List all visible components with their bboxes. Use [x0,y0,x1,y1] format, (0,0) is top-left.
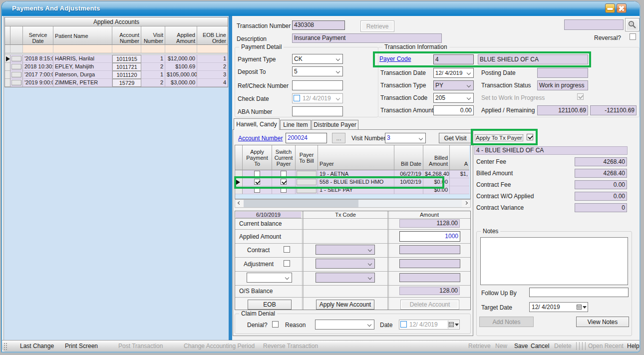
col-header-billed-amount[interactable]: Billed Amount [423,145,450,170]
col-header-applied-partial[interactable]: A [450,145,469,170]
adjustment-amount-input[interactable] [399,259,460,268]
set-to-wip-checkbox[interactable] [577,93,584,100]
cell-service-date[interactable]: 2018 10:30:0 [23,63,53,71]
cell-payer[interactable]: 1 - SELF PAY [318,186,394,194]
adjustment-code-combobox[interactable] [316,259,375,269]
extra-code-combobox[interactable] [316,273,375,283]
transaction-number-input[interactable]: 430308 [292,20,345,30]
applied-accounts-row-1[interactable]: '2018 8:15:0 HARRIS, Harilal 1011915 1 $… [5,55,228,63]
cell-eob-line-order[interactable]: 4 [197,79,228,87]
follow-up-by-input[interactable] [529,288,629,297]
cell-eob-line-order[interactable]: 2 [197,63,228,71]
cell-applied-amount[interactable]: $3,000.00 [165,79,197,87]
col-header-bill-date[interactable]: Bill Date [394,145,423,170]
check-date-checkbox[interactable] [294,95,300,101]
col-header-eob-line-order[interactable]: EOB Line Order [197,26,228,45]
cell-account-number[interactable]: 1011721 [112,63,141,71]
description-input[interactable]: Insurance Payment [292,33,442,43]
cell-patient-name[interactable]: Paterson, Durga [53,71,112,79]
contract-code-combobox[interactable] [316,245,375,255]
adjustment-checkbox[interactable] [284,260,290,267]
cell-bill-date[interactable]: 10/02/19 [394,178,423,186]
switch-payer-checkbox[interactable] [281,187,287,193]
statusbar-new[interactable]: New [495,343,507,350]
payer-code-link[interactable]: Payer Code [379,55,411,62]
payer-grid-scrollbar[interactable] [235,199,471,208]
cell-service-date[interactable]: '2019 9:00:0 [23,79,53,87]
cell-applied-amount[interactable]: $12,000.00 [165,55,197,63]
payer-code-input[interactable]: 4 [433,54,474,64]
denial-checkbox[interactable] [272,321,279,328]
scrollbar-thumb[interactable] [244,200,358,207]
reversal-checkbox[interactable] [630,33,636,40]
cell-visit-number[interactable]: 2 [141,79,165,87]
tab-distribute-payer[interactable]: Distribute Payer [312,120,358,130]
visit-number-combobox[interactable]: 3 [385,133,426,143]
tab-patient[interactable]: Harwell, Candy [234,118,280,130]
contract-amount-input[interactable] [399,245,460,254]
view-notes-button[interactable]: View Notes [576,317,629,327]
calendar-button[interactable] [448,321,459,329]
statusbar-last-change[interactable]: Last Change [20,343,54,350]
add-notes-button[interactable]: Add Notes [479,317,534,327]
col-header-patient-name[interactable]: Patient Name [53,26,112,45]
extra-type-combobox[interactable] [247,273,292,283]
apply-new-account-button[interactable]: Apply New Account [316,300,374,310]
applied-accounts-filter-row[interactable] [5,45,228,53]
minimize-button[interactable] [605,3,615,13]
payer-row-3[interactable]: 1 - SELF PAY $0.00 [235,186,470,194]
col-header-visit-number[interactable]: Visit Number [141,26,165,45]
search-input[interactable] [564,19,624,30]
transaction-type-combobox[interactable]: PY [433,80,474,90]
cell-applied-partial[interactable]: $1, [450,170,469,178]
search-button[interactable] [625,18,640,31]
cell-visit-number[interactable]: 1 [141,55,165,63]
switch-payer-checkbox[interactable] [281,171,287,177]
apply-payment-checkbox[interactable] [254,179,260,185]
scroll-right-button[interactable] [462,200,470,207]
check-date-picker[interactable]: 12/ 4/2019 [292,93,343,103]
applied-accounts-row-4[interactable]: '2019 9:00:0 ZIMMER, PETER 15729 2 $3,00… [5,79,228,87]
cell-account-number[interactable]: 15729 [112,79,141,87]
cell-eob-line-order[interactable]: 1 [197,55,228,63]
statusbar-delete[interactable]: Delete [554,343,572,350]
cell-payer[interactable]: 19 - AETNA [318,170,394,178]
transaction-code-combobox[interactable]: 205 [433,93,474,103]
statusbar-print-screen[interactable]: Print Screen [65,343,98,350]
apply-to-tx-payer-checkbox[interactable] [527,134,533,140]
col-header-payer[interactable]: Payer [318,145,394,170]
cell-bill-date[interactable]: 06/27/19 [394,170,423,178]
col-header-payer-to-bill[interactable]: Payer To Bill [296,145,318,170]
calendar-button[interactable] [576,303,587,311]
statusbar-reverse-transaction[interactable]: Reverse Transaction [263,343,318,350]
cell-account-number[interactable]: 1011915 [112,55,141,63]
col-header-service-date[interactable]: Service Date [23,26,53,45]
cell-billed-amount[interactable]: $0.00 [423,186,450,194]
statusbar-retrieve[interactable]: Retrieve [468,343,491,350]
close-button[interactable] [617,3,627,13]
col-header-switch-current-payer[interactable]: Switch Current Payer [272,145,296,170]
statusbar-post-transaction[interactable]: Post Transaction [118,343,163,350]
get-visit-button[interactable]: Get Visit [439,133,472,143]
statusbar-change-accounting-period[interactable]: Change Accounting Period [184,343,255,350]
account-number-link[interactable]: Account Number [238,135,283,142]
aba-number-input[interactable] [292,106,343,116]
switch-payer-checkbox[interactable] [281,179,287,185]
apply-payment-checkbox[interactable] [254,187,260,193]
cell-visit-number[interactable]: 2 [141,63,165,71]
eob-button[interactable]: EOB [248,300,292,310]
account-number-input[interactable]: 200024 [286,133,327,143]
cell-payer[interactable]: 558 - BLUE SHIELD HMO [318,178,394,186]
col-header-apply-payment-to[interactable]: Apply Payment To [243,145,272,170]
extra-amount-input[interactable] [399,273,460,282]
statusbar-save[interactable]: Save [514,343,528,350]
cell-billed-amount[interactable]: $0.00 [423,178,450,186]
reason-combobox[interactable] [315,320,374,330]
deposit-to-combobox[interactable]: 5 [292,66,343,76]
payment-type-combobox[interactable]: CK [292,54,343,64]
ellipsis-button[interactable]: ... [332,133,345,143]
statusbar-open-recent[interactable]: Open Recent [588,343,624,350]
denial-date-checkbox[interactable] [400,321,407,328]
cell-patient-name[interactable]: EPLEY, Mahijith [53,63,112,71]
cell-visit-number[interactable]: 1 [141,71,165,79]
